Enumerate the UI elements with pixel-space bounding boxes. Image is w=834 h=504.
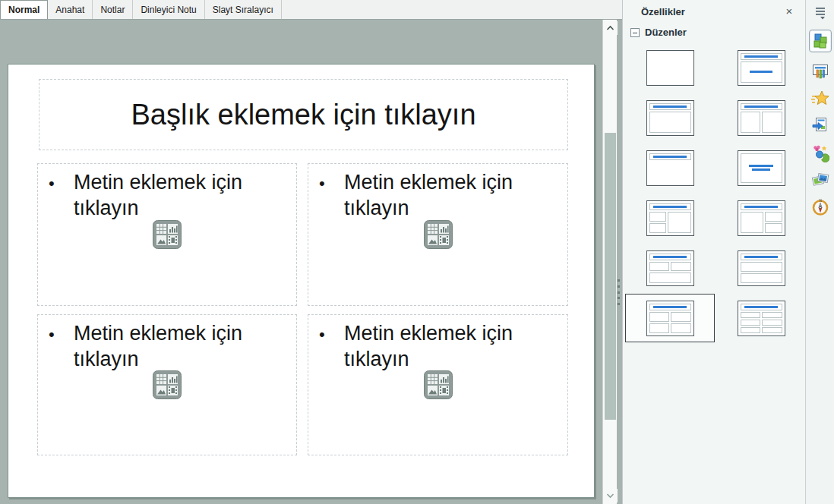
panel-title: Özellikler [641, 6, 685, 17]
properties-icon [811, 32, 829, 50]
vertical-scrollbar[interactable] [602, 20, 617, 504]
sidebar-tab-master-pages[interactable] [809, 114, 832, 137]
bullet: • [49, 320, 74, 372]
master-pages-icon [811, 116, 829, 134]
sidebar-settings-icon[interactable] [813, 6, 829, 20]
content-placeholder-text: •Metin eklemek için tıklayın [319, 169, 560, 221]
insert-content-icon[interactable] [153, 220, 182, 249]
layout-title-4-content[interactable] [625, 294, 715, 342]
splitter-handle[interactable] [618, 279, 621, 305]
insert-content-icon[interactable] [153, 370, 182, 399]
movie-icon [168, 386, 178, 395]
chart-icon [168, 374, 178, 384]
table-icon [428, 374, 438, 384]
properties-panel: Özellikler × Düzenler Başlık, 4 İçerik [622, 0, 805, 504]
title-placeholder-text: Başlık eklemek için tıklayın [131, 99, 475, 131]
layout-2-content-and-content[interactable] [625, 194, 715, 242]
table-icon [156, 224, 166, 234]
insert-content-icon[interactable] [424, 370, 453, 399]
chevron-up-icon [606, 25, 614, 31]
sidebar-tab-styles[interactable] [809, 142, 832, 165]
scrollbar-thumb[interactable] [605, 133, 616, 420]
slide-workspace: Başlık eklemek için tıklayın •Metin ekle… [0, 20, 602, 504]
view-tab-slayt-sıralayıcı[interactable]: Slayt Sıralayıcı [205, 0, 282, 19]
view-tab-normal[interactable]: Normal [0, 0, 48, 19]
layout-title-slide[interactable] [716, 43, 806, 92]
panel-header: Özellikler × [623, 0, 805, 23]
scroll-up-button[interactable] [603, 21, 618, 35]
layout-blank[interactable] [625, 43, 715, 92]
layouts-section-header: Düzenler [630, 27, 687, 38]
image-icon [156, 386, 166, 395]
movie-icon [168, 235, 178, 245]
bullet: • [319, 320, 344, 372]
view-tab-anahat[interactable]: Anahat [48, 0, 93, 19]
table-icon [428, 224, 438, 234]
insert-content-icon[interactable] [424, 220, 453, 249]
sidebar-tab-custom-animation[interactable] [809, 87, 832, 110]
movie-icon [439, 235, 449, 245]
layout-content-over-content[interactable] [716, 244, 806, 292]
slide-canvas[interactable]: Başlık eklemek için tıklayın •Metin ekle… [8, 64, 595, 498]
scroll-down-button[interactable] [603, 489, 618, 502]
view-tab-notlar[interactable]: Notlar [93, 0, 133, 19]
slide-transition-icon [811, 62, 829, 80]
layout-title-6-content[interactable] [716, 294, 806, 342]
chart-icon [168, 224, 178, 234]
image-icon [428, 235, 438, 245]
sidebar-tab-properties[interactable] [809, 30, 832, 52]
close-icon[interactable]: × [782, 4, 796, 17]
image-icon [156, 235, 166, 245]
chart-icon [439, 374, 449, 384]
bullet: • [319, 169, 344, 221]
content-placeholder-br[interactable]: •Metin eklemek için tıklayın [308, 314, 568, 455]
sidebar-tab-gallery[interactable] [809, 169, 832, 191]
chevron-down-icon [606, 493, 614, 499]
image-icon [428, 386, 438, 395]
table-icon [156, 374, 166, 384]
sidebar-tab-navigator[interactable]: N [809, 196, 832, 219]
layout-title-2-content[interactable] [716, 93, 806, 142]
content-placeholder-tl[interactable]: •Metin eklemek için tıklayın [37, 163, 297, 306]
content-placeholder-text: •Metin eklemek için tıklayın [319, 320, 560, 372]
view-tab-dinleyici-notu[interactable]: Dinleyici Notu [133, 0, 204, 19]
movie-icon [439, 386, 449, 395]
custom-animation-icon [811, 90, 829, 108]
sidebar-tab-strip: N [805, 0, 834, 504]
chart-icon [439, 224, 449, 234]
content-placeholder-tr[interactable]: •Metin eklemek için tıklayın [308, 163, 568, 306]
bullet: • [49, 169, 74, 221]
layout-title-only[interactable] [625, 143, 715, 192]
layout-centered-text[interactable] [716, 143, 806, 192]
layouts-section-label: Düzenler [645, 27, 687, 38]
svg-text:N: N [819, 199, 821, 203]
impress-window: NormalAnahatNotlarDinleyici NotuSlayt Sı… [0, 0, 834, 504]
content-placeholder-text: •Metin eklemek için tıklayın [49, 320, 289, 372]
layout-title-content[interactable] [625, 93, 715, 142]
navigator-icon: N [811, 198, 829, 216]
sidebar-tab-slide-transition[interactable] [809, 60, 832, 83]
content-placeholder-bl[interactable]: •Metin eklemek için tıklayın [37, 314, 297, 455]
gallery-icon [811, 171, 829, 189]
layout-content-and-2-content[interactable] [716, 194, 806, 242]
collapse-icon[interactable] [630, 28, 640, 37]
styles-icon [811, 144, 829, 162]
layout-2-content-over-content[interactable] [625, 244, 715, 292]
title-placeholder[interactable]: Başlık eklemek için tıklayın [39, 79, 568, 150]
view-tab-bar: NormalAnahatNotlarDinleyici NotuSlayt Sı… [0, 0, 622, 20]
content-placeholder-text: •Metin eklemek için tıklayın [49, 169, 289, 221]
